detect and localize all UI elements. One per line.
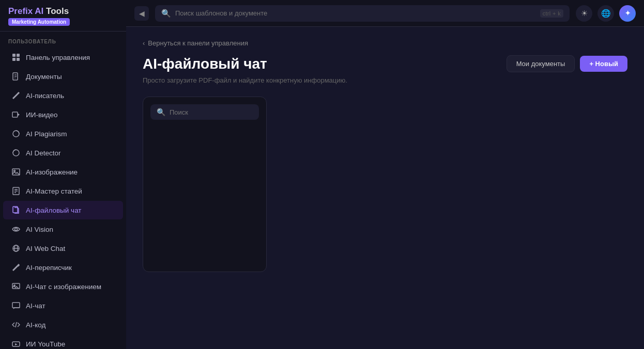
logo-tools: Tools [43,6,69,16]
sidebar-item-ai-article-master[interactable]: AI-Мастер статей [3,182,123,200]
back-label: Вернуться к панели управления [148,39,248,47]
sidebar-item-label-ai-rewriter: AI-переписчик [26,264,72,272]
docs-search-bar[interactable]: 🔍 [150,104,259,120]
sidebar-item-ai-plagiarism[interactable]: AI Plagiarism [3,124,123,143]
documents-icon [11,72,21,81]
globe-icon: 🌐 [601,9,611,18]
sidebar-item-label-ai-file-chat: AI-файловый чат [26,207,82,214]
topbar-actions: ☀ 🌐 ✦ [576,5,636,22]
logo-area: Prefix AI Tools Marketing Automation [0,0,126,31]
back-link[interactable]: ‹ Вернуться к панели управления [143,39,248,47]
sidebar-item-label-ai-plagiarism: AI Plagiarism [26,130,67,138]
new-button[interactable]: + Новый [580,56,627,72]
ai-video-icon [11,110,21,119]
main-area: ◀ 🔍 ctrl + k ☀ 🌐 ✦ ‹ Вернуться к панели … [126,0,644,349]
sidebar-item-label-ai-video: ИИ-видео [26,111,58,119]
sidebar-item-ai-file-chat[interactable]: AI-файловый чат [3,201,123,219]
svg-rect-9 [12,112,18,117]
sidebar-item-label-ai-chat-image: AI-Чат с изображением [26,283,101,291]
search-icon: 🔍 [161,9,171,18]
docs-search-icon: 🔍 [157,108,165,116]
ai-article-master-icon [11,186,21,196]
ai-rewriter-icon [11,263,21,272]
sidebar-item-label-ai-chat: AI-чат [26,302,45,310]
docs-search-input[interactable] [170,108,256,116]
sidebar-item-label-ai-writer: AI-писатель [26,92,64,100]
sidebar-item-ai-chat[interactable]: AI-чат [3,296,123,315]
sidebar: Prefix AI Tools Marketing Automation ПОЛ… [0,0,126,349]
sidebar-item-label-ai-article-master: AI-Мастер статей [26,187,82,195]
sidebar-item-ai-video[interactable]: ИИ-видео [3,105,123,124]
page-title: AI-файловый чат [143,56,267,72]
svg-rect-3 [17,58,20,61]
page-subtitle: Просто загрузите PDF-файл и найдите конк… [143,76,627,84]
logo-ai: AI [33,6,43,16]
language-button[interactable]: 🌐 [597,5,614,22]
chevron-left-icon: ‹ [143,39,145,47]
ai-code-icon [11,320,21,329]
my-documents-button[interactable]: Мои документы [507,55,575,72]
sidebar-item-ai-chat-image[interactable]: AI-Чат с изображением [3,277,123,296]
ai-vision-icon [11,225,21,234]
sidebar-item-label-ai-code: AI-код [26,321,45,329]
sidebar-item-label-dashboard: Панель управления [26,54,90,61]
user-avatar[interactable]: ✦ [619,5,636,22]
svg-point-21 [15,228,18,231]
ai-chat-image-icon [11,282,21,291]
sidebar-item-ai-detector[interactable]: AI Detector [3,144,123,162]
sidebar-item-label-ai-detector: AI Detector [26,149,61,157]
sidebar-nav: Панель управленияДокументыAI-писательИИ-… [0,47,126,349]
sidebar-collapse-button[interactable]: ◀ [134,6,149,21]
sidebar-item-label-youtube: ИИ YouTube [26,340,65,348]
ai-chat-icon [11,301,21,310]
sidebar-item-label-documents: Документы [26,73,62,81]
search-input[interactable] [175,9,536,17]
sidebar-item-ai-image[interactable]: AI-изображение [3,163,123,181]
page-header: AI-файловый чат Мои документы + Новый [143,55,627,72]
logo-subtitle: Marketing Automation [8,18,70,26]
svg-rect-0 [12,54,16,57]
ai-plagiarism-icon [11,129,21,138]
chevron-left-icon: ◀ [139,9,145,18]
sidebar-item-label-ai-vision: AI Vision [26,226,53,233]
svg-marker-10 [18,113,20,116]
sidebar-item-label-ai-image: AI-изображение [26,168,78,176]
logo-text: Prefix AI Tools [8,6,118,17]
ai-detector-icon [11,148,21,157]
sidebar-item-ai-vision[interactable]: AI Vision [3,220,123,239]
ai-writer-icon [11,91,21,100]
svg-rect-1 [17,54,20,57]
page-header-actions: Мои документы + Новый [507,55,627,72]
content-area: ‹ Вернуться к панели управления AI-файло… [126,27,644,349]
sidebar-item-youtube[interactable]: ИИ YouTube [3,335,123,349]
sidebar-item-ai-web-chat[interactable]: AI Web Chat [3,239,123,258]
ai-image-icon [11,167,21,177]
documents-panel: 🔍 [143,97,267,272]
topbar: ◀ 🔍 ctrl + k ☀ 🌐 ✦ [126,0,644,27]
sidebar-item-dashboard[interactable]: Панель управления [3,48,123,67]
youtube-icon [11,339,21,348]
theme-toggle-button[interactable]: ☀ [576,5,592,22]
sun-icon: ☀ [581,9,588,18]
sidebar-item-documents[interactable]: Документы [3,67,123,86]
sidebar-item-ai-writer[interactable]: AI-писатель [3,86,123,105]
svg-marker-30 [15,343,18,345]
svg-line-28 [16,322,17,327]
avatar-icon: ✦ [625,9,631,17]
sidebar-section-label: ПОЛЬЗОВАТЕЛЬ [0,31,126,47]
search-shortcut: ctrl + k [540,9,563,18]
svg-rect-27 [12,303,20,308]
ai-web-chat-icon [11,244,21,253]
ai-file-chat-icon [11,205,21,215]
logo-prefix: Prefix [8,6,33,16]
sidebar-item-label-ai-web-chat: AI Web Chat [26,245,65,252]
svg-rect-2 [12,58,16,61]
sidebar-item-ai-rewriter[interactable]: AI-переписчик [3,258,123,277]
dashboard-icon [11,53,21,62]
search-bar[interactable]: 🔍 ctrl + k [155,5,570,22]
sidebar-item-ai-code[interactable]: AI-код [3,315,123,334]
